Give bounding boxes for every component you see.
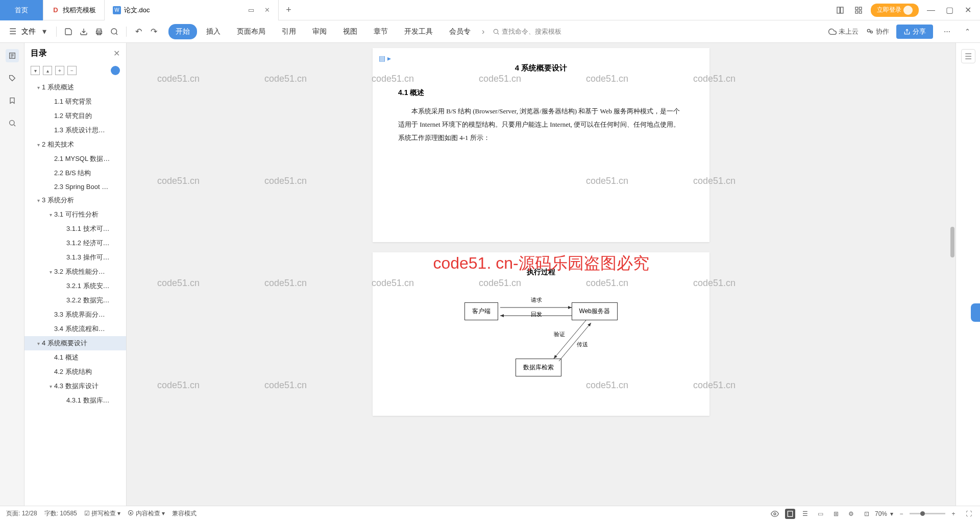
undo-icon[interactable]: ↶	[132, 25, 145, 38]
chevron-down-icon[interactable]: ▾	[890, 510, 893, 517]
menu-视图[interactable]: 视图	[336, 24, 364, 39]
side-flyout-tab[interactable]	[971, 303, 980, 322]
collapse-ribbon-icon[interactable]: ⌃	[961, 25, 974, 38]
chevron-down-icon[interactable]: ▾	[47, 212, 54, 218]
bookmark-icon[interactable]	[6, 94, 19, 107]
sidebar-toggle-icon[interactable]: ☰	[961, 49, 975, 63]
status-words[interactable]: 字数: 10585	[44, 509, 77, 518]
page-marker-icon[interactable]: ▤ ▸	[379, 54, 391, 62]
collaborate-button[interactable]: 协作	[866, 27, 889, 36]
fullscreen-icon[interactable]: ⛶	[964, 509, 974, 519]
zoom-out-icon[interactable]: −	[896, 509, 906, 519]
outline-close-icon[interactable]: ✕	[113, 49, 120, 58]
tab-template[interactable]: D 找稻壳模板	[43, 0, 105, 20]
chevron-down-icon[interactable]: ▾	[35, 142, 42, 148]
print-icon[interactable]	[92, 25, 106, 38]
chevron-down-icon[interactable]: ▾	[47, 269, 54, 275]
outline-item[interactable]: 3.1.1 技术可…	[24, 222, 126, 236]
outline-item[interactable]: 3.3 系统界面分…	[24, 307, 126, 322]
tag-icon[interactable]	[6, 72, 19, 85]
outline-item[interactable]: ▾3.1 可行性分析	[24, 207, 126, 222]
outline-item[interactable]: 3.1.2 经济可…	[24, 236, 126, 250]
status-page[interactable]: 页面: 12/28	[6, 509, 37, 518]
hamburger-icon[interactable]: ☰	[6, 25, 19, 38]
outline-item[interactable]: 1.1 研究背景	[24, 94, 126, 109]
share-button[interactable]: 分享	[896, 25, 933, 39]
outline-item[interactable]: 1.2 研究目的	[24, 109, 126, 123]
outline-icon[interactable]	[6, 49, 19, 62]
menu-开始[interactable]: 开始	[168, 24, 197, 39]
settings-icon[interactable]: ⚙	[846, 509, 856, 519]
status-spellcheck[interactable]: ☑ 拼写检查 ▾	[84, 509, 121, 518]
outline-item[interactable]: 3.4 系统流程和…	[24, 322, 126, 336]
outline-item[interactable]: 1.3 系统设计思…	[24, 123, 126, 137]
zoom-reset-icon[interactable]: ⊡	[862, 509, 872, 519]
outline-item[interactable]: 4.1 概述	[24, 350, 126, 365]
export-icon[interactable]	[77, 25, 90, 38]
outline-list[interactable]: ▾1 系统概述1.1 研究背景1.2 研究目的1.3 系统设计思…▾2 相关技术…	[24, 80, 126, 506]
window-close-icon[interactable]: ✕	[962, 4, 974, 16]
add-heading-icon[interactable]: +	[55, 66, 64, 75]
status-compat[interactable]: 兼容模式	[172, 509, 197, 518]
new-tab-button[interactable]: +	[279, 5, 299, 15]
zoom-slider[interactable]	[910, 513, 945, 514]
layout-icon[interactable]	[834, 4, 846, 16]
zoom-control[interactable]: ⊡ 70% ▾ − +	[862, 509, 959, 519]
menu-页面布局[interactable]: 页面布局	[230, 24, 273, 39]
command-search[interactable]: 查找命令、搜索模板	[493, 27, 561, 36]
menu-会员专[interactable]: 会员专	[442, 24, 478, 39]
view-read-icon[interactable]: ▭	[816, 509, 826, 519]
view-page-icon[interactable]	[785, 509, 795, 519]
menu-章节[interactable]: 章节	[366, 24, 395, 39]
expand-all-icon[interactable]: ▴	[43, 66, 52, 75]
tab-document[interactable]: W 论文.doc ▭ ✕	[105, 0, 279, 20]
chevron-down-icon[interactable]: ▾	[47, 384, 54, 389]
menu-开发工具[interactable]: 开发工具	[397, 24, 440, 39]
preview-icon[interactable]	[108, 25, 121, 38]
collapse-all-icon[interactable]: ▾	[31, 66, 40, 75]
outline-item[interactable]: 2.2 B/S 结构	[24, 166, 126, 180]
login-button[interactable]: 立即登录	[871, 4, 919, 17]
menu-插入[interactable]: 插入	[199, 24, 228, 39]
outline-item[interactable]: 4.3.1 数据库…	[24, 393, 126, 408]
outline-item[interactable]: 3.2.2 数据完…	[24, 293, 126, 307]
apps-icon[interactable]	[852, 4, 865, 16]
window-minimize-icon[interactable]: —	[925, 4, 937, 16]
redo-icon[interactable]: ↷	[147, 25, 160, 38]
menu-overflow-icon[interactable]: ›	[482, 27, 484, 36]
chevron-down-icon[interactable]: ▾	[35, 198, 42, 203]
scrollbar-thumb[interactable]	[950, 227, 954, 257]
document-area[interactable]: code51.cn code51.cn code51.cn code51.cn …	[127, 43, 955, 506]
chevron-down-icon[interactable]: ▾	[38, 25, 51, 38]
outline-item[interactable]: ▾3 系统分析	[24, 193, 126, 207]
view-web-icon[interactable]: ⊞	[831, 509, 841, 519]
save-icon[interactable]	[62, 25, 75, 38]
outline-item[interactable]: ▾4.3 数据库设计	[24, 379, 126, 393]
tab-close-icon[interactable]: ✕	[264, 6, 270, 14]
zoom-in-icon[interactable]: +	[948, 509, 959, 519]
search-icon[interactable]	[6, 116, 19, 130]
menu-引用[interactable]: 引用	[275, 24, 303, 39]
file-menu[interactable]: 文件	[21, 27, 36, 36]
tab-home[interactable]: 首页	[0, 0, 43, 20]
outline-item[interactable]: 3.2.1 系统安…	[24, 279, 126, 293]
toolbar-more-icon[interactable]: ⋯	[940, 25, 953, 38]
outline-item[interactable]: 4.2 系统结构	[24, 365, 126, 379]
view-outline-icon[interactable]: ☰	[800, 509, 811, 519]
window-maximize-icon[interactable]: ▢	[943, 4, 955, 16]
chevron-down-icon[interactable]: ▾	[35, 341, 42, 346]
outline-item[interactable]: ▾2 相关技术	[24, 137, 126, 152]
chevron-down-icon[interactable]: ▾	[35, 85, 42, 90]
outline-item[interactable]: ▾4 系统概要设计	[24, 336, 126, 350]
tab-monitor-icon[interactable]: ▭	[245, 4, 257, 16]
remove-heading-icon[interactable]: −	[67, 66, 77, 75]
outline-item[interactable]: 3.1.3 操作可…	[24, 250, 126, 265]
outline-badge-icon[interactable]	[111, 66, 120, 75]
outline-item[interactable]: 2.1 MYSQL 数据…	[24, 152, 126, 166]
outline-item[interactable]: 2.3 Spring Boot …	[24, 180, 126, 193]
cloud-status[interactable]: 未上云	[828, 27, 859, 36]
status-contentcheck[interactable]: ⦿ 内容检查 ▾	[128, 509, 165, 518]
menu-审阅[interactable]: 审阅	[305, 24, 334, 39]
eye-icon[interactable]	[770, 509, 780, 519]
outline-item[interactable]: ▾3.2 系统性能分…	[24, 265, 126, 279]
